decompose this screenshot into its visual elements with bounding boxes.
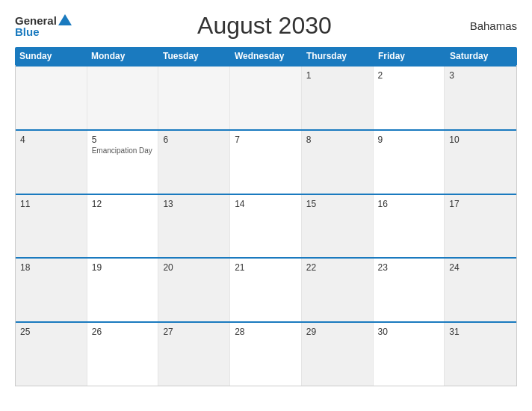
day-header-thursday: Thursday xyxy=(302,47,374,65)
day-number: 9 xyxy=(378,135,440,145)
calendar-cell: 4 xyxy=(16,131,87,194)
day-headers: SundayMondayTuesdayWednesdayThursdayFrid… xyxy=(15,47,517,65)
calendar-container: General Blue August 2030 Bahamas SundayM… xyxy=(0,0,532,411)
event-label: Emancipation Day xyxy=(92,146,154,155)
day-number: 27 xyxy=(163,327,225,337)
day-number: 5 xyxy=(92,135,154,145)
day-number: 10 xyxy=(449,135,512,145)
day-number: 8 xyxy=(306,135,368,145)
day-number: 24 xyxy=(449,262,512,273)
day-number: 31 xyxy=(449,327,512,337)
day-number: 12 xyxy=(92,199,154,209)
day-number: 25 xyxy=(20,327,82,337)
day-number: 13 xyxy=(163,199,225,209)
calendar-cell: 27 xyxy=(158,323,230,386)
calendar-cell: 10 xyxy=(445,131,516,194)
logo-general-text: General xyxy=(15,15,57,26)
calendar-cell xyxy=(230,67,302,129)
calendar-cell: 11 xyxy=(16,195,87,258)
day-number: 28 xyxy=(235,327,297,337)
day-number: 30 xyxy=(378,327,440,337)
logo-blue-text: Blue xyxy=(15,26,72,37)
calendar-cell: 25 xyxy=(16,323,87,386)
calendar-cell: 20 xyxy=(158,259,230,321)
calendar-cell xyxy=(87,67,159,129)
day-number: 14 xyxy=(235,199,297,209)
day-header-monday: Monday xyxy=(87,47,158,65)
calendar-cell: 6 xyxy=(158,131,230,194)
calendar-cell: 1 xyxy=(302,67,374,129)
calendar-cell: 19 xyxy=(87,259,159,321)
calendar-cell: 7 xyxy=(230,131,302,194)
day-number: 26 xyxy=(92,327,154,337)
day-number: 3 xyxy=(449,70,512,81)
day-number: 1 xyxy=(306,70,368,81)
calendar-cell: 5Emancipation Day xyxy=(87,131,159,194)
day-header-sunday: Sunday xyxy=(15,47,87,65)
day-number: 15 xyxy=(306,199,368,209)
calendar-cell: 21 xyxy=(230,259,302,321)
calendar-week-1: 123 xyxy=(16,65,516,129)
calendar-cell: 13 xyxy=(158,195,230,258)
day-number: 16 xyxy=(378,199,440,209)
calendar-cell: 18 xyxy=(16,259,87,321)
logo-triangle-icon xyxy=(58,14,72,25)
calendar-cell: 29 xyxy=(302,323,374,386)
calendar-grid: 12345Emancipation Day6789101112131415161… xyxy=(15,65,517,386)
calendar-cell: 30 xyxy=(374,323,445,386)
calendar-cell: 16 xyxy=(374,195,445,258)
calendar-cell xyxy=(158,67,230,129)
calendar-title: August 2030 xyxy=(72,12,457,40)
day-number: 23 xyxy=(378,262,440,273)
calendar-cell: 22 xyxy=(302,259,374,321)
day-number: 17 xyxy=(449,199,512,209)
calendar-cell: 8 xyxy=(302,131,374,194)
day-number: 19 xyxy=(92,262,154,273)
day-number: 11 xyxy=(20,199,82,209)
calendar-cell: 23 xyxy=(374,259,445,321)
calendar-cell: 15 xyxy=(302,195,374,258)
calendar-week-3: 11121314151617 xyxy=(16,194,516,258)
day-number: 29 xyxy=(306,327,368,337)
country-name: Bahamas xyxy=(457,19,517,32)
calendar-cell: 31 xyxy=(445,323,516,386)
calendar-cell: 2 xyxy=(374,67,445,129)
day-number: 21 xyxy=(235,262,297,273)
calendar-week-4: 18192021222324 xyxy=(16,257,516,321)
calendar-cell: 24 xyxy=(445,259,516,321)
calendar-cell: 28 xyxy=(230,323,302,386)
calendar-cell: 14 xyxy=(230,195,302,258)
calendar-cell: 3 xyxy=(445,67,516,129)
calendar-cell: 17 xyxy=(445,195,516,258)
day-header-tuesday: Tuesday xyxy=(158,47,230,65)
calendar-cell: 26 xyxy=(87,323,159,386)
day-number: 22 xyxy=(306,262,368,273)
calendar-week-2: 45Emancipation Day678910 xyxy=(16,129,516,194)
calendar-cell xyxy=(16,67,87,129)
day-number: 6 xyxy=(163,135,225,145)
calendar-cell: 12 xyxy=(87,195,159,258)
day-number: 7 xyxy=(235,135,297,145)
day-number: 4 xyxy=(20,135,82,145)
day-number: 18 xyxy=(20,262,82,273)
day-number: 2 xyxy=(378,70,440,81)
day-number: 20 xyxy=(163,262,225,273)
calendar-week-5: 25262728293031 xyxy=(16,321,516,386)
day-header-friday: Friday xyxy=(374,47,445,65)
day-header-saturday: Saturday xyxy=(445,47,517,65)
calendar-header: General Blue August 2030 Bahamas xyxy=(15,12,517,40)
logo: General Blue xyxy=(15,14,72,37)
day-header-wednesday: Wednesday xyxy=(230,47,302,65)
calendar-cell: 9 xyxy=(374,131,445,194)
